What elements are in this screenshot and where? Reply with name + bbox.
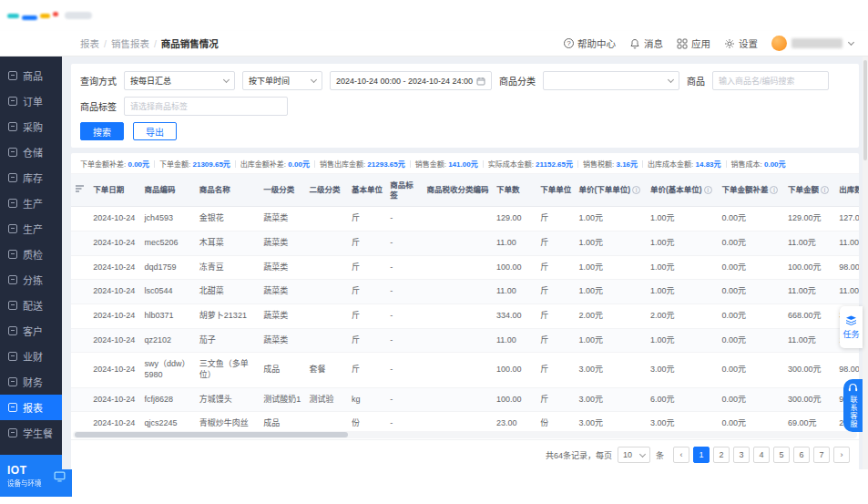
table-row: 2024-10-24jch4593金银花蔬菜类斤-129.00斤1.00元1.0…	[71, 207, 859, 231]
summary-value: 21293.65元	[367, 160, 404, 169]
table-cell: 11.00	[835, 231, 859, 255]
sidebar-item-customers[interactable]: 客户	[0, 318, 62, 344]
page-button[interactable]: 4	[753, 447, 770, 463]
summary-separator	[410, 160, 411, 168]
prev-page-button[interactable]: ‹	[673, 447, 689, 463]
page-size-select[interactable]: 10	[618, 447, 650, 463]
iot-device-icon	[53, 469, 66, 483]
column-header[interactable]: 下单数	[493, 174, 536, 207]
page-button[interactable]: 7	[813, 447, 830, 463]
table-cell: 0.00元	[718, 353, 783, 387]
time-type-select[interactable]: 按下单时间	[242, 71, 322, 90]
export-button[interactable]: 导出	[133, 122, 177, 140]
sidebar-item-reports[interactable]: 报表	[0, 395, 62, 420]
messages-button[interactable]: 消息	[629, 36, 663, 50]
calendar-icon	[476, 77, 485, 86]
sidebar-item-production-2[interactable]: 生产	[0, 216, 62, 242]
sidebar-item-sorting[interactable]: 分拣	[0, 267, 62, 293]
sidebar-item-label: 业财	[23, 349, 43, 364]
sidebar-item-warehouse[interactable]: 仓储	[0, 139, 62, 165]
table-cell: qz2102	[140, 328, 195, 353]
breadcrumb-item[interactable]: 销售报表	[111, 36, 149, 50]
table-cell: 100.00	[493, 353, 536, 387]
task-layers-icon	[845, 315, 857, 325]
sidebar-item-purchasing[interactable]: 采购	[0, 114, 62, 139]
page-button[interactable]: 5	[773, 447, 790, 463]
sidebar-item-student-meal[interactable]: 学生餐	[0, 420, 62, 446]
sidebar-item-products[interactable]: 商品	[0, 63, 62, 88]
row-gutter	[71, 304, 89, 329]
help-center-button[interactable]: ? 帮助中心	[564, 36, 616, 50]
sidebar-item-quality[interactable]: 质检	[0, 242, 62, 267]
apps-button[interactable]: 应用	[677, 36, 710, 50]
help-icon: ?	[564, 38, 574, 48]
vertical-scrollbar[interactable]	[863, 57, 868, 469]
horizontal-scrollbar[interactable]	[73, 431, 857, 438]
column-header[interactable]: 下单金额i	[784, 174, 835, 207]
customer-service-widget[interactable]: 联系客服	[843, 379, 863, 432]
column-header[interactable]: 基本单位	[348, 174, 386, 207]
column-header[interactable]: 商品编码	[140, 174, 195, 207]
sidebar-item-delivery[interactable]: 配送	[0, 293, 62, 318]
page-button[interactable]: 2	[713, 447, 730, 463]
search-button[interactable]: 搜索	[80, 122, 124, 140]
table-cell: 100.00	[493, 255, 536, 280]
table-cell: -	[386, 304, 423, 329]
column-header-label: 商品税收分类编码	[426, 185, 488, 194]
sidebar-item-label: 仓储	[23, 145, 43, 159]
user-menu[interactable]	[771, 36, 853, 51]
table-cell: -	[386, 328, 423, 353]
sidebar-item-production[interactable]: 生产	[0, 190, 62, 216]
date-range-picker[interactable]: 2024-10-24 00:00 - 2024-10-24 24:00	[330, 71, 492, 90]
page-button[interactable]: 6	[793, 447, 810, 463]
column-header[interactable]: 单价(基本单位)i	[647, 174, 719, 207]
summary-item: 销售税额: 3.16元	[583, 160, 638, 169]
column-header[interactable]: 商品标签	[386, 174, 423, 207]
column-header[interactable]: 二级分类	[306, 174, 348, 207]
column-header[interactable]: 商品名称	[196, 174, 260, 207]
page-button[interactable]: 1	[693, 447, 710, 463]
column-header[interactable]: 出库数(下单单位)	[835, 174, 859, 207]
sidebar-item-label: 客户	[23, 324, 43, 338]
breadcrumb-item[interactable]: 报表	[80, 36, 99, 50]
sidebar-item-finance[interactable]: 财务	[0, 369, 62, 395]
column-header[interactable]: 下单单位	[536, 174, 575, 207]
column-settings-icon[interactable]	[75, 184, 85, 193]
column-header[interactable]: 商品税收分类编码	[423, 174, 492, 207]
table-cell: 份	[536, 412, 575, 430]
settings-button[interactable]: 设置	[724, 36, 758, 50]
sidebar-item-business-finance[interactable]: 业财	[0, 344, 62, 369]
sidebar-item-inventory[interactable]: 库存	[0, 165, 62, 190]
table-cell: swy（ddw）5980	[140, 353, 195, 387]
next-page-button[interactable]: ›	[833, 447, 850, 463]
column-header-label: 一级分类	[263, 185, 294, 194]
horizontal-scrollbar-thumb[interactable]	[75, 432, 348, 437]
sales-table: 下单日期商品编码商品名称一级分类二级分类基本单位商品标签商品税收分类编码下单数下…	[71, 174, 859, 430]
info-icon[interactable]: i	[632, 186, 640, 194]
category-select[interactable]	[543, 71, 679, 90]
info-icon[interactable]: i	[821, 186, 829, 194]
info-icon[interactable]: i	[704, 186, 712, 194]
vertical-scrollbar-thumb[interactable]	[863, 60, 867, 160]
page-button[interactable]: 3	[733, 447, 750, 463]
column-header[interactable]: 一级分类	[260, 174, 305, 207]
table-cell: 0.00元	[718, 255, 783, 280]
table-cell: 0.00元	[718, 304, 783, 329]
row-gutter	[71, 387, 89, 412]
info-icon[interactable]: i	[770, 186, 778, 194]
table-cell	[423, 304, 492, 329]
production-2-icon	[8, 224, 17, 233]
table-cell: 青椒炒牛肉丝	[196, 412, 260, 430]
task-widget[interactable]: 任务	[840, 306, 863, 348]
table-cell: 129.00元	[784, 207, 835, 231]
column-header[interactable]: 单价(下单单位)i	[575, 174, 647, 207]
pager: ‹1234567›	[673, 447, 850, 463]
sidebar-item-orders[interactable]: 订单	[0, 88, 62, 114]
table-cell	[423, 207, 492, 231]
query-mode-select[interactable]: 按每日汇总	[124, 71, 235, 90]
table-row: 2024-10-24fcfj8628方城馒头测试酸奶1测试验kg-100.00斤…	[71, 387, 859, 412]
tag-input[interactable]	[124, 97, 288, 116]
column-header[interactable]: 下单金额补差i	[718, 174, 783, 207]
column-header[interactable]: 下单日期	[89, 174, 140, 207]
product-search-input[interactable]	[712, 71, 829, 90]
